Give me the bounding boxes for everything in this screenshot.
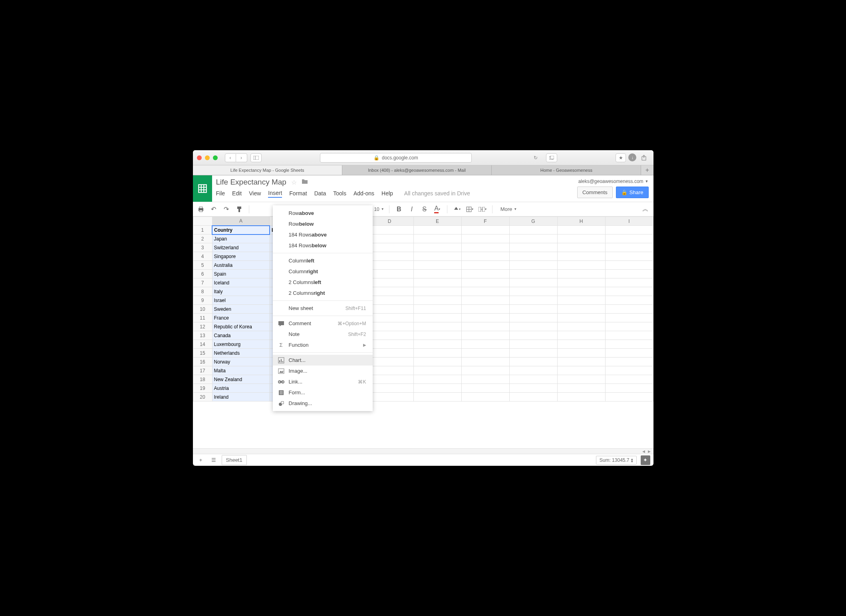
cell[interactable]: [413, 226, 461, 234]
cell[interactable]: Ireland: [212, 393, 270, 401]
menu-note[interactable]: NoteShift+F2: [273, 329, 373, 340]
menu-image[interactable]: Image...: [273, 366, 373, 376]
cell[interactable]: France: [212, 314, 270, 322]
menu-addons[interactable]: Add-ons: [353, 189, 374, 197]
font-size-input[interactable]: 10 ▼: [374, 207, 384, 212]
cell[interactable]: [557, 340, 605, 349]
menu-edit[interactable]: Edit: [232, 189, 242, 197]
maximize-window-button[interactable]: [213, 155, 218, 160]
cell[interactable]: [461, 305, 509, 314]
fill-color-icon[interactable]: ▾: [452, 205, 462, 214]
cell[interactable]: [605, 331, 653, 340]
cell[interactable]: Netherlands: [212, 349, 270, 358]
menu-data[interactable]: Data: [314, 189, 326, 197]
row-header[interactable]: 6: [193, 270, 212, 278]
select-all-cell[interactable]: [193, 217, 212, 226]
cell[interactable]: Luxembourg: [212, 340, 270, 349]
cell[interactable]: [413, 314, 461, 322]
cell[interactable]: [413, 296, 461, 305]
explore-button[interactable]: ✦: [641, 455, 650, 465]
cell[interactable]: Country: [212, 226, 270, 234]
cell[interactable]: [461, 243, 509, 252]
cell[interactable]: [509, 375, 557, 384]
row-header[interactable]: 10: [193, 305, 212, 314]
cell[interactable]: [365, 226, 413, 234]
cell[interactable]: [413, 261, 461, 270]
downloads-button[interactable]: ↓: [628, 153, 636, 161]
cell[interactable]: [605, 322, 653, 331]
new-tab-button[interactable]: +: [641, 165, 653, 175]
menu-comment[interactable]: Comment⌘+Option+M: [273, 318, 373, 329]
borders-icon[interactable]: ▾: [465, 205, 475, 214]
forward-button[interactable]: ›: [236, 153, 247, 162]
bookmark-button[interactable]: ★: [616, 153, 626, 162]
cell[interactable]: [509, 349, 557, 358]
cell[interactable]: [557, 384, 605, 393]
cell[interactable]: [365, 375, 413, 384]
row-header[interactable]: 3: [193, 243, 212, 252]
menu-format[interactable]: Format: [289, 189, 307, 197]
cell[interactable]: [365, 314, 413, 322]
cell[interactable]: [461, 322, 509, 331]
cell[interactable]: [365, 322, 413, 331]
minimize-window-button[interactable]: [205, 155, 210, 160]
cell[interactable]: [557, 243, 605, 252]
row-header[interactable]: 4: [193, 252, 212, 261]
menu-row-above[interactable]: Row above: [273, 208, 373, 219]
cell[interactable]: Australia: [212, 261, 270, 270]
strikethrough-icon[interactable]: S: [420, 205, 429, 214]
cell[interactable]: [557, 278, 605, 287]
cell[interactable]: [413, 358, 461, 366]
menu-tools[interactable]: Tools: [333, 189, 346, 197]
column-header[interactable]: G: [509, 217, 557, 226]
cell[interactable]: [461, 296, 509, 305]
comments-button[interactable]: Comments: [577, 187, 613, 198]
cell[interactable]: [365, 287, 413, 296]
cell[interactable]: [413, 270, 461, 278]
cell[interactable]: Austria: [212, 384, 270, 393]
column-header[interactable]: A: [212, 217, 270, 226]
row-header[interactable]: 9: [193, 296, 212, 305]
cell[interactable]: [413, 340, 461, 349]
merge-cells-icon[interactable]: ▾: [478, 205, 487, 214]
cell[interactable]: [461, 252, 509, 261]
paint-format-icon[interactable]: [234, 205, 244, 214]
cell[interactable]: [509, 305, 557, 314]
cell[interactable]: [461, 226, 509, 234]
folder-icon[interactable]: [302, 179, 308, 186]
cell[interactable]: [509, 252, 557, 261]
menu-link[interactable]: Link...⌘K: [273, 376, 373, 387]
cell[interactable]: [509, 243, 557, 252]
spreadsheet-grid[interactable]: ABCDEFGHI1CountryLife2Japan3Switzerland4…: [193, 217, 653, 448]
cell[interactable]: [509, 278, 557, 287]
cell[interactable]: [509, 270, 557, 278]
cell[interactable]: [461, 384, 509, 393]
sheets-logo[interactable]: [193, 175, 212, 202]
column-header[interactable]: I: [605, 217, 653, 226]
cell[interactable]: [413, 349, 461, 358]
row-header[interactable]: 12: [193, 322, 212, 331]
cell[interactable]: [509, 340, 557, 349]
cell[interactable]: [461, 234, 509, 243]
cell[interactable]: [509, 322, 557, 331]
cell[interactable]: [605, 314, 653, 322]
cell[interactable]: [557, 261, 605, 270]
cell[interactable]: [509, 331, 557, 340]
cell[interactable]: Spain: [212, 270, 270, 278]
cell[interactable]: [413, 287, 461, 296]
sheet-tab[interactable]: Sheet1: [222, 455, 247, 465]
cell[interactable]: [605, 287, 653, 296]
cell[interactable]: [461, 261, 509, 270]
cell[interactable]: [461, 278, 509, 287]
cell[interactable]: [509, 296, 557, 305]
cell[interactable]: [461, 366, 509, 375]
row-header[interactable]: 7: [193, 278, 212, 287]
cell[interactable]: [509, 226, 557, 234]
cell[interactable]: [509, 358, 557, 366]
cell[interactable]: New Zealand: [212, 375, 270, 384]
column-header[interactable]: H: [557, 217, 605, 226]
cell[interactable]: [365, 331, 413, 340]
row-header[interactable]: 19: [193, 384, 212, 393]
cell[interactable]: [605, 296, 653, 305]
cell[interactable]: [557, 252, 605, 261]
